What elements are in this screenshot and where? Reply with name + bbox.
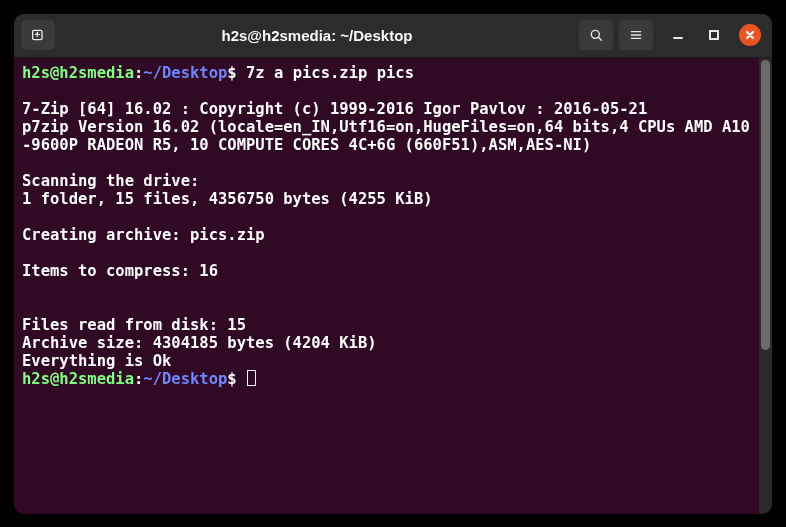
- scrollbar[interactable]: [759, 58, 772, 514]
- prompt-path: ~/Desktop: [143, 64, 227, 82]
- menu-button[interactable]: [619, 20, 653, 50]
- close-button[interactable]: [739, 24, 761, 46]
- output-line: 7-Zip [64] 16.02 : Copyright (c) 1999-20…: [22, 100, 647, 118]
- prompt-sep: :: [134, 370, 143, 388]
- output-line: p7zip Version 16.02 (locale=en_IN,Utf16=…: [22, 118, 750, 154]
- command-text: 7z a pics.zip pics: [246, 64, 414, 82]
- output-line: Archive size: 4304185 bytes (4204 KiB): [22, 334, 377, 352]
- titlebar: h2s@h2smedia: ~/Desktop: [14, 14, 772, 58]
- svg-rect-2: [710, 31, 718, 39]
- prompt-user: h2s@h2smedia: [22, 370, 134, 388]
- new-tab-button[interactable]: [21, 20, 55, 50]
- minimize-icon: [672, 29, 684, 41]
- hamburger-icon: [628, 27, 644, 43]
- window-controls: [659, 24, 765, 46]
- output-line: Everything is Ok: [22, 352, 171, 370]
- output-line: Creating archive: pics.zip: [22, 226, 265, 244]
- scrollbar-thumb[interactable]: [761, 60, 770, 350]
- output-line: Scanning the drive:: [22, 172, 199, 190]
- output-line: 1 folder, 15 files, 4356750 bytes (4255 …: [22, 190, 433, 208]
- close-icon: [744, 29, 756, 41]
- cursor: [247, 370, 256, 386]
- window-title: h2s@h2smedia: ~/Desktop: [61, 27, 573, 44]
- minimize-button[interactable]: [667, 24, 689, 46]
- prompt-symbol: $: [227, 64, 236, 82]
- prompt-sep: :: [134, 64, 143, 82]
- terminal-window: h2s@h2smedia: ~/Desktop: [14, 14, 772, 514]
- search-button[interactable]: [579, 20, 613, 50]
- terminal-output[interactable]: h2s@h2smedia:~/Desktop$ 7z a pics.zip pi…: [14, 58, 759, 514]
- maximize-button[interactable]: [703, 24, 725, 46]
- terminal-body: h2s@h2smedia:~/Desktop$ 7z a pics.zip pi…: [14, 58, 772, 514]
- prompt-user: h2s@h2smedia: [22, 64, 134, 82]
- new-tab-icon: [30, 27, 46, 43]
- output-line: Files read from disk: 15: [22, 316, 246, 334]
- prompt-symbol: $: [227, 370, 236, 388]
- prompt-path: ~/Desktop: [143, 370, 227, 388]
- maximize-icon: [708, 29, 720, 41]
- output-line: Items to compress: 16: [22, 262, 218, 280]
- search-icon: [588, 27, 604, 43]
